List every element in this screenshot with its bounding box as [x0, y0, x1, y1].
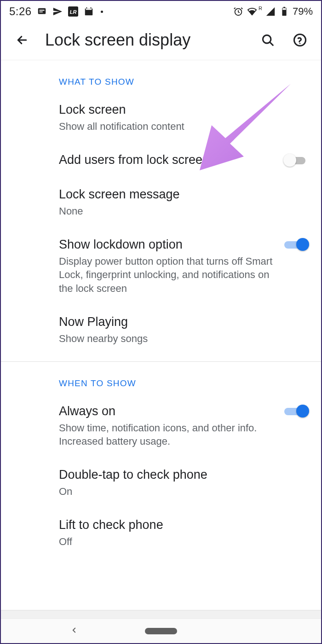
toggle-add-users[interactable] [283, 153, 307, 167]
search-button[interactable] [259, 31, 277, 49]
help-button[interactable] [291, 31, 309, 49]
bottom-gap [1, 610, 321, 618]
row-subtitle: Display power button option that turns o… [59, 255, 274, 296]
row-title: Show lockdown option [59, 237, 274, 253]
lr-app-icon: LR [68, 6, 79, 17]
status-left: 5:26 LR [9, 5, 103, 18]
status-bar: 5:26 LR R [1, 1, 321, 20]
system-nav-bar [1, 618, 321, 643]
svg-rect-6 [86, 9, 92, 10]
phone-frame: 5:26 LR R [0, 0, 322, 644]
svg-rect-0 [38, 8, 46, 14]
section-header: WHAT TO SHOW [1, 60, 321, 93]
svg-rect-9 [283, 7, 285, 8]
wifi-icon [247, 6, 258, 17]
row-title: Now Playing [59, 314, 298, 330]
row-lock-screen-message[interactable]: Lock screen message None [1, 177, 321, 227]
toggle-always-on[interactable] [283, 404, 307, 418]
row-double-tap[interactable]: Double-tap to check phone On [1, 458, 321, 508]
chat-icon [36, 6, 47, 17]
battery-percent: 79% [293, 6, 313, 17]
row-add-users[interactable]: Add users from lock screen [1, 143, 321, 177]
signal-icon [265, 6, 276, 17]
section-header: WHEN TO SHOW [1, 362, 321, 394]
row-always-on[interactable]: Always on Show time, notification icons,… [1, 394, 321, 458]
row-title: Lock screen message [59, 186, 298, 203]
status-time: 5:26 [9, 5, 32, 18]
row-subtitle: On [59, 485, 298, 499]
svg-rect-10 [282, 8, 286, 10]
svg-point-13 [299, 43, 301, 44]
nav-home-pill[interactable] [145, 628, 177, 634]
row-title: Add users from lock screen [59, 152, 274, 168]
section-what-to-show: WHAT TO SHOW Lock screen Show all notifi… [1, 60, 321, 361]
page-title: Lock screen display [45, 30, 245, 50]
row-show-lockdown[interactable]: Show lockdown option Display power butto… [1, 227, 321, 305]
row-title: Lift to check phone [59, 517, 298, 533]
send-icon [52, 6, 63, 17]
svg-text:LR: LR [69, 9, 76, 15]
row-lift[interactable]: Lift to check phone Off [1, 508, 321, 558]
row-subtitle: Off [59, 535, 298, 549]
row-subtitle: Show time, notification icons, and other… [59, 421, 274, 448]
row-subtitle: None [59, 204, 298, 218]
row-lock-screen[interactable]: Lock screen Show all notification conten… [1, 93, 321, 143]
alarm-icon [233, 6, 244, 17]
more-notifications-dot [101, 11, 103, 13]
row-now-playing[interactable]: Now Playing Show nearby songs [1, 305, 321, 361]
row-title: Double-tap to check phone [59, 467, 298, 483]
row-subtitle: Show nearby songs [59, 332, 298, 346]
status-right: R 79% [233, 6, 313, 17]
section-when-to-show: WHEN TO SHOW Always on Show time, notifi… [1, 362, 321, 558]
row-title: Always on [59, 403, 274, 419]
nav-back-button[interactable] [70, 626, 78, 636]
toggle-lockdown[interactable] [283, 238, 307, 251]
row-subtitle: Show all notification content [59, 120, 298, 133]
calendar-icon [83, 6, 94, 17]
row-title: Lock screen [59, 102, 298, 118]
app-bar: Lock screen display [1, 20, 321, 60]
battery-icon [279, 6, 290, 17]
settings-content: WHAT TO SHOW Lock screen Show all notifi… [1, 60, 321, 558]
back-button[interactable] [13, 31, 31, 49]
roaming-indicator: R [259, 6, 262, 11]
